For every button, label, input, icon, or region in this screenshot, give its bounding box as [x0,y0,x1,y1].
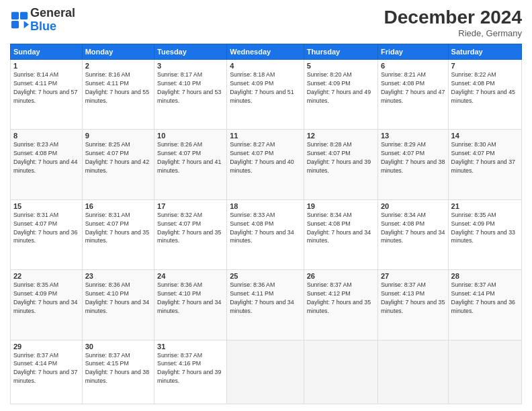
calendar-page: GeneralBlue December 2024 Riede, Germany… [0,0,532,411]
col-saturday: Saturday [448,44,521,60]
table-cell: 5Sunrise: 8:20 AMSunset: 4:09 PMDaylight… [304,60,378,130]
cell-text: Sunrise: 8:36 AMSunset: 4:11 PMDaylight:… [230,281,294,314]
table-cell: 27Sunrise: 8:37 AMSunset: 4:13 PMDayligh… [378,270,448,340]
table-cell: 15Sunrise: 8:31 AMSunset: 4:07 PMDayligh… [11,199,83,269]
day-number: 29 [13,342,79,351]
table-cell: 10Sunrise: 8:26 AMSunset: 4:07 PMDayligh… [154,130,227,199]
day-number: 14 [451,132,519,140]
cell-text: Sunrise: 8:29 AMSunset: 4:07 PMDaylight:… [381,141,445,174]
cell-text: Sunrise: 8:37 AMSunset: 4:15 PMDaylight:… [85,352,149,385]
cell-text: Sunrise: 8:34 AMSunset: 4:08 PMDaylight:… [307,212,371,244]
day-number: 12 [307,132,375,140]
table-cell: 28Sunrise: 8:37 AMSunset: 4:14 PMDayligh… [448,270,521,340]
cell-text: Sunrise: 8:20 AMSunset: 4:09 PMDaylight:… [307,71,371,104]
col-tuesday: Tuesday [154,44,227,60]
day-number: 8 [13,132,79,140]
table-cell: 4Sunrise: 8:18 AMSunset: 4:09 PMDaylight… [227,60,304,130]
day-number: 26 [307,272,375,280]
day-number: 21 [451,202,519,210]
col-friday: Friday [378,44,448,60]
table-cell [304,340,378,404]
cell-text: Sunrise: 8:23 AMSunset: 4:08 PMDaylight:… [13,141,77,174]
calendar-table: Sunday Monday Tuesday Wednesday Thursday… [10,44,522,404]
cell-text: Sunrise: 8:21 AMSunset: 4:08 PMDaylight:… [381,71,445,104]
day-number: 18 [230,202,300,210]
day-number: 15 [13,202,79,210]
day-number: 27 [381,272,445,280]
cell-text: Sunrise: 8:30 AMSunset: 4:07 PMDaylight:… [451,141,515,174]
day-number: 17 [157,202,224,210]
table-cell: 7Sunrise: 8:22 AMSunset: 4:08 PMDaylight… [448,60,521,130]
col-monday: Monday [82,44,154,60]
cell-text: Sunrise: 8:25 AMSunset: 4:07 PMDaylight:… [85,141,149,174]
table-cell: 22Sunrise: 8:35 AMSunset: 4:09 PMDayligh… [11,270,83,340]
table-cell [448,340,521,404]
svg-rect-1 [20,12,28,19]
day-number: 31 [157,342,224,351]
table-cell: 12Sunrise: 8:28 AMSunset: 4:07 PMDayligh… [304,130,378,199]
location: Riede, Germany [384,28,522,38]
day-number: 4 [230,62,300,70]
col-sunday: Sunday [11,44,83,60]
table-cell: 14Sunrise: 8:30 AMSunset: 4:07 PMDayligh… [448,130,521,199]
day-number: 13 [381,132,445,140]
day-number: 10 [157,132,224,140]
day-number: 30 [85,342,151,351]
table-cell: 26Sunrise: 8:37 AMSunset: 4:12 PMDayligh… [304,270,378,340]
col-wednesday: Wednesday [227,44,304,60]
table-cell: 17Sunrise: 8:32 AMSunset: 4:07 PMDayligh… [154,199,227,269]
day-number: 16 [85,202,151,210]
cell-text: Sunrise: 8:37 AMSunset: 4:14 PMDaylight:… [451,281,515,314]
cell-text: Sunrise: 8:32 AMSunset: 4:07 PMDaylight:… [157,212,221,244]
svg-marker-3 [24,21,29,28]
table-cell [378,340,448,404]
day-number: 23 [85,272,151,280]
svg-rect-0 [11,12,19,19]
calendar-header: GeneralBlue December 2024 Riede, Germany [10,7,522,38]
cell-text: Sunrise: 8:37 AMSunset: 4:12 PMDaylight:… [307,281,371,314]
cell-text: Sunrise: 8:36 AMSunset: 4:10 PMDaylight:… [157,281,221,314]
table-cell: 30Sunrise: 8:37 AMSunset: 4:15 PMDayligh… [82,340,154,404]
table-cell: 19Sunrise: 8:34 AMSunset: 4:08 PMDayligh… [304,199,378,269]
header-row: Sunday Monday Tuesday Wednesday Thursday… [11,44,522,60]
table-cell: 24Sunrise: 8:36 AMSunset: 4:10 PMDayligh… [154,270,227,340]
day-number: 11 [230,132,300,140]
cell-text: Sunrise: 8:37 AMSunset: 4:16 PMDaylight:… [157,352,221,385]
day-number: 28 [451,272,519,280]
logo-text: GeneralBlue [30,7,75,34]
col-thursday: Thursday [304,44,378,60]
cell-text: Sunrise: 8:18 AMSunset: 4:09 PMDaylight:… [230,71,294,104]
day-number: 1 [13,62,79,70]
table-cell: 23Sunrise: 8:36 AMSunset: 4:10 PMDayligh… [82,270,154,340]
table-cell: 1Sunrise: 8:14 AMSunset: 4:11 PMDaylight… [11,60,83,130]
day-number: 20 [381,202,445,210]
table-cell: 25Sunrise: 8:36 AMSunset: 4:11 PMDayligh… [227,270,304,340]
day-number: 7 [451,62,519,70]
title-section: December 2024 Riede, Germany [384,7,522,38]
table-cell: 29Sunrise: 8:37 AMSunset: 4:14 PMDayligh… [11,340,83,404]
table-cell: 11Sunrise: 8:27 AMSunset: 4:07 PMDayligh… [227,130,304,199]
day-number: 22 [13,272,79,280]
table-cell: 9Sunrise: 8:25 AMSunset: 4:07 PMDaylight… [82,130,154,199]
cell-text: Sunrise: 8:28 AMSunset: 4:07 PMDaylight:… [307,141,371,174]
day-number: 2 [85,62,151,70]
table-cell [227,340,304,404]
cell-text: Sunrise: 8:17 AMSunset: 4:10 PMDaylight:… [157,71,221,104]
day-number: 6 [381,62,445,70]
month-title: December 2024 [384,7,522,28]
logo: GeneralBlue [10,7,75,34]
cell-text: Sunrise: 8:34 AMSunset: 4:08 PMDaylight:… [381,212,445,244]
day-number: 9 [85,132,151,140]
table-cell: 31Sunrise: 8:37 AMSunset: 4:16 PMDayligh… [154,340,227,404]
table-cell: 3Sunrise: 8:17 AMSunset: 4:10 PMDaylight… [154,60,227,130]
cell-text: Sunrise: 8:35 AMSunset: 4:09 PMDaylight:… [451,212,515,244]
cell-text: Sunrise: 8:27 AMSunset: 4:07 PMDaylight:… [230,141,294,174]
day-number: 25 [230,272,300,280]
cell-text: Sunrise: 8:14 AMSunset: 4:11 PMDaylight:… [13,71,77,104]
day-number: 24 [157,272,224,280]
cell-text: Sunrise: 8:31 AMSunset: 4:07 PMDaylight:… [85,212,149,244]
logo-icon [10,11,29,30]
cell-text: Sunrise: 8:31 AMSunset: 4:07 PMDaylight:… [13,212,77,244]
cell-text: Sunrise: 8:35 AMSunset: 4:09 PMDaylight:… [13,281,77,314]
cell-text: Sunrise: 8:37 AMSunset: 4:14 PMDaylight:… [13,352,77,385]
